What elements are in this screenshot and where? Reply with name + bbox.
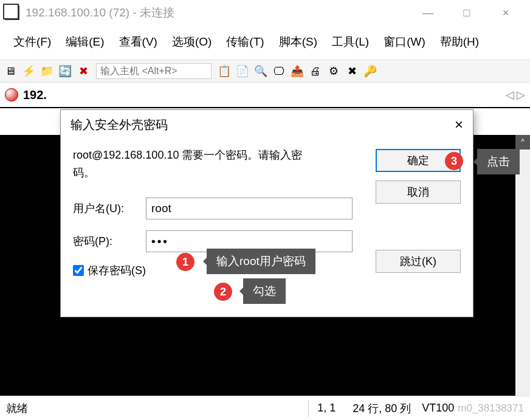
menu-edit[interactable]: 编辑(E) bbox=[58, 28, 111, 56]
status-ready: 就绪 bbox=[6, 401, 300, 416]
close-window-button[interactable]: × bbox=[486, 0, 525, 26]
tb-disconnect-icon[interactable]: ✖ bbox=[75, 63, 91, 79]
tb-screen-icon[interactable]: 🖵 bbox=[271, 63, 287, 79]
tb-connect-icon[interactable]: 🖥 bbox=[2, 63, 18, 79]
menu-options[interactable]: 选项(O) bbox=[165, 28, 219, 56]
annotation-badge-1: 1 bbox=[176, 253, 194, 271]
menu-transfer[interactable]: 传输(T) bbox=[219, 28, 271, 56]
menu-script[interactable]: 脚本(S) bbox=[272, 28, 325, 56]
annotation-badge-2: 2 bbox=[214, 283, 232, 301]
status-term: VT100 bbox=[422, 402, 454, 415]
tb-copy-icon[interactable]: 📋 bbox=[216, 63, 232, 79]
status-pos: 1, 1 bbox=[317, 402, 336, 415]
scroll-up-button[interactable]: ^ bbox=[515, 135, 530, 150]
tb-key-icon[interactable]: 🔑 bbox=[362, 63, 378, 79]
annotation-callout-1: 输入root用户密码 bbox=[207, 249, 315, 274]
app-icon bbox=[5, 5, 19, 20]
dialog-close-button[interactable]: × bbox=[455, 116, 463, 133]
tb-reconnect-icon[interactable]: 🔄 bbox=[57, 63, 73, 79]
username-input[interactable] bbox=[146, 198, 353, 219]
maximize-button[interactable]: □ bbox=[447, 0, 486, 26]
status-size: 24 行, 80 列 bbox=[353, 401, 411, 416]
menubar: 文件(F) 编辑(E) 查看(V) 选项(O) 传输(T) 脚本(S) 工具(L… bbox=[0, 26, 530, 60]
minimize-button[interactable]: — bbox=[408, 0, 447, 26]
tb-session-icon[interactable]: 📁 bbox=[39, 63, 55, 79]
tab-label[interactable]: 192. bbox=[23, 88, 47, 102]
menu-file[interactable]: 文件(F) bbox=[6, 28, 58, 56]
tab-next-icon[interactable]: ▷ bbox=[517, 88, 525, 102]
save-password-label: 保存密码(S) bbox=[88, 263, 146, 278]
menu-view[interactable]: 查看(V) bbox=[112, 28, 165, 56]
tb-transfer-icon[interactable]: 📤 bbox=[289, 63, 305, 79]
tb-print-icon[interactable]: 🖨 bbox=[308, 63, 323, 79]
host-input[interactable] bbox=[96, 63, 212, 79]
cancel-button[interactable]: 取消 bbox=[376, 181, 461, 204]
username-label: 用户名(U): bbox=[73, 201, 146, 216]
window-title: 192.168.100.10 (72) - 未连接 bbox=[26, 5, 408, 21]
tb-options-icon[interactable]: ⚙ bbox=[326, 63, 342, 79]
save-password-checkbox[interactable] bbox=[73, 265, 84, 276]
tb-find-icon[interactable]: 🔍 bbox=[253, 63, 269, 79]
toolbar: 🖥 ⚡ 📁 🔄 ✖ 📋 📄 🔍 🖵 📤 🖨 ⚙ ✖ 🔑 bbox=[0, 60, 530, 83]
menu-help[interactable]: 帮助(H) bbox=[433, 28, 486, 56]
tb-paste-icon[interactable]: 📄 bbox=[235, 63, 250, 79]
tab-status-icon bbox=[5, 88, 18, 102]
menu-tools[interactable]: 工具(L) bbox=[325, 28, 376, 56]
tab-prev-icon[interactable]: ◁ bbox=[506, 88, 514, 102]
annotation-callout-2: 勾选 bbox=[243, 278, 286, 304]
tb-settings-icon[interactable]: ✖ bbox=[344, 63, 360, 79]
dialog-title: 输入安全外壳密码 bbox=[71, 117, 168, 133]
tb-quick-connect-icon[interactable]: ⚡ bbox=[21, 63, 36, 79]
annotation-badge-3: 3 bbox=[445, 152, 463, 170]
tabbar: 192. ◁ ▷ bbox=[0, 83, 530, 108]
statusbar: 就绪 1, 1 24 行, 80 列 VT100 m0_38138371 bbox=[0, 396, 530, 420]
password-label: 密码(P): bbox=[73, 234, 146, 249]
watermark: m0_38138371 bbox=[458, 402, 524, 415]
annotation-callout-3: 点击 bbox=[477, 149, 520, 174]
menu-window[interactable]: 窗口(W) bbox=[376, 28, 433, 56]
skip-button[interactable]: 跳过(K) bbox=[376, 250, 461, 273]
dialog-message: root@192.168.100.10 需要一个密码。请输入密码。 bbox=[73, 146, 316, 182]
titlebar: 192.168.100.10 (72) - 未连接 — □ × bbox=[0, 0, 530, 26]
